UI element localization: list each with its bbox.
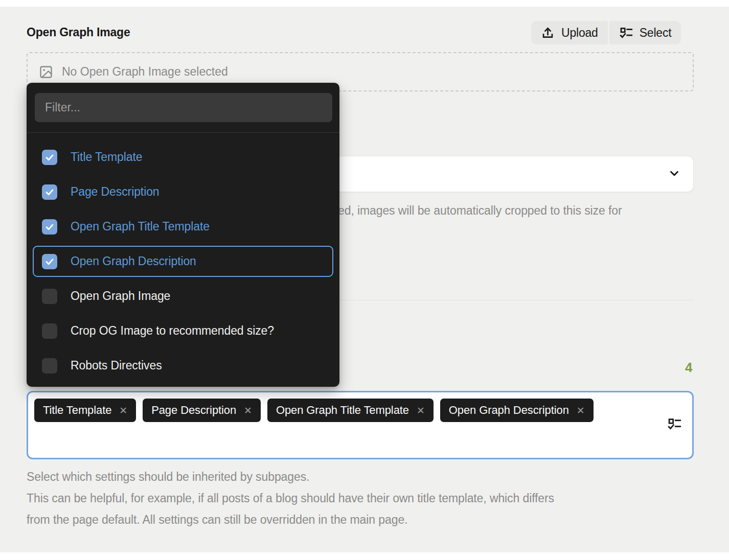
tag-label: Open Graph Description xyxy=(449,404,569,417)
option-label: Crop OG Image to recommended size? xyxy=(71,324,274,338)
option-label: Open Graph Title Template xyxy=(71,220,210,234)
selected-setting-tag: Open Graph Description ✕ xyxy=(440,399,594,422)
checkbox-icon[interactable] xyxy=(42,150,57,165)
inherit-help-line: This can be helpful, for example, if all… xyxy=(27,487,554,509)
settings-dropdown-panel: Title Template Page Description Open Gra… xyxy=(27,83,339,387)
select-button-label: Select xyxy=(640,26,672,40)
selected-setting-tag: Open Graph Title Template ✕ xyxy=(267,399,434,422)
option-label: Robots Directives xyxy=(71,359,162,372)
selected-count-badge: 4 xyxy=(685,360,692,376)
option-label: Open Graph Description xyxy=(71,254,196,268)
dropdown-option[interactable]: Crop OG Image to recommended size? xyxy=(33,315,333,346)
selected-setting-tag: Page Description ✕ xyxy=(143,399,261,422)
dropdown-option[interactable]: Robots Directives xyxy=(33,350,333,381)
dropdown-option[interactable]: Open Graph Description xyxy=(33,246,333,277)
upload-button-label: Upload xyxy=(561,26,598,40)
option-label: Title Template xyxy=(71,150,143,164)
upload-icon xyxy=(541,26,555,40)
inherit-help-line: from the page default. All settings can … xyxy=(27,509,554,530)
select-button[interactable]: Select xyxy=(609,21,681,44)
checkbox-icon[interactable] xyxy=(42,323,57,339)
inherit-help-text: Select which settings should be inherite… xyxy=(27,466,554,530)
upload-button[interactable]: Upload xyxy=(531,21,608,44)
image-placeholder-icon xyxy=(39,65,53,79)
remove-tag-icon[interactable]: ✕ xyxy=(577,406,585,415)
dropdown-option[interactable]: Title Template xyxy=(33,142,333,173)
checklist-icon xyxy=(619,26,633,40)
dropzone-text: No Open Graph Image selected xyxy=(62,65,228,79)
checkbox-icon[interactable] xyxy=(42,289,57,304)
option-label: Open Graph Image xyxy=(71,289,170,303)
remove-tag-icon[interactable]: ✕ xyxy=(417,406,425,415)
inherited-settings-field[interactable]: Title Template ✕ Page Description ✕ Open… xyxy=(27,391,694,459)
checklist-icon[interactable] xyxy=(667,417,681,433)
remove-tag-icon[interactable]: ✕ xyxy=(244,406,252,415)
tag-label: Page Description xyxy=(151,404,236,417)
chevron-down-icon xyxy=(668,167,681,182)
inherit-help-line: Select which settings should be inherite… xyxy=(27,466,554,487)
size-select-helper-text: ed, images will be automatically cropped… xyxy=(338,204,622,218)
checkbox-icon[interactable] xyxy=(42,184,57,200)
dropdown-options: Title Template Page Description Open Gra… xyxy=(27,133,339,387)
selected-setting-tag: Title Template ✕ xyxy=(34,399,136,422)
tag-label: Title Template xyxy=(43,404,111,417)
filter-input[interactable] xyxy=(35,93,332,122)
checkbox-icon[interactable] xyxy=(42,254,57,269)
remove-tag-icon[interactable]: ✕ xyxy=(119,406,127,415)
dropdown-option[interactable]: Open Graph Title Template xyxy=(33,211,333,242)
dropdown-option[interactable]: Page Description xyxy=(33,176,333,207)
open-graph-image-label: Open Graph Image xyxy=(27,26,130,39)
checkbox-icon[interactable] xyxy=(42,358,57,374)
settings-page: Open Graph Image Upload Select xyxy=(0,0,729,560)
image-actions-group: Upload Select xyxy=(531,21,681,44)
checkbox-icon[interactable] xyxy=(42,219,57,235)
tag-label: Open Graph Title Template xyxy=(276,404,409,417)
option-label: Page Description xyxy=(71,185,160,199)
filter-section xyxy=(27,83,339,133)
dropdown-option[interactable]: Open Graph Image xyxy=(33,281,333,312)
